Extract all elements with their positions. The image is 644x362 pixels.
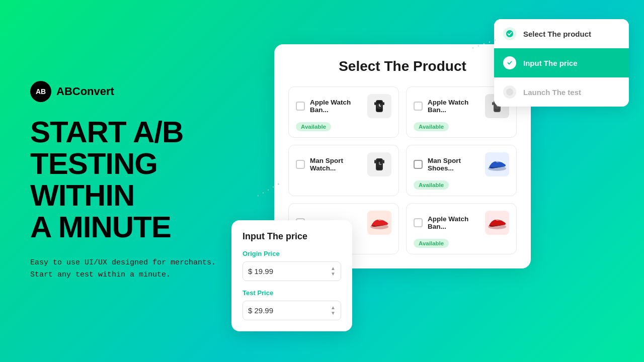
product-name: Apple Watch Ban... xyxy=(428,215,480,230)
step-item-input-price[interactable]: Input The price xyxy=(494,48,629,77)
logo: AB ABConvert xyxy=(30,81,242,102)
product-name: Apple Watch Ban... xyxy=(428,99,480,114)
test-price-input-row[interactable]: ▲ ▼ xyxy=(243,301,341,320)
product-name: Man Sport Shoes... xyxy=(428,157,480,172)
product-checkbox[interactable] xyxy=(296,102,305,111)
product-image xyxy=(367,94,391,118)
test-price-label: Test Price xyxy=(243,289,341,297)
panel-title: Select The Product xyxy=(288,58,517,74)
svg-rect-6 xyxy=(383,102,384,105)
logo-icon: AB xyxy=(30,81,51,102)
test-price-stepper[interactable]: ▲ ▼ xyxy=(331,305,336,316)
step-label: Input The price xyxy=(523,59,578,67)
test-price-input[interactable] xyxy=(248,306,331,315)
available-badge: Available xyxy=(414,122,449,131)
step-label: Launch The test xyxy=(523,88,581,97)
product-image xyxy=(485,152,509,176)
origin-price-stepper[interactable]: ▲ ▼ xyxy=(331,266,336,277)
product-card[interactable]: Man Sport Shoes... Available xyxy=(406,145,517,196)
product-checkbox[interactable] xyxy=(296,160,305,169)
product-card[interactable]: Apple Watch Ban... Available xyxy=(288,86,399,138)
svg-point-24 xyxy=(506,30,513,37)
product-card[interactable]: Man Sport Watch... xyxy=(288,145,399,196)
left-section: AB ABConvert START A/BTESTINGWITHINA MIN… xyxy=(30,81,242,281)
product-card[interactable]: Apple Watch Ban... Available xyxy=(406,203,517,254)
svg-rect-20 xyxy=(383,160,384,163)
price-card: Input The price Origin Price ▲ ▼ Test Pr… xyxy=(231,220,352,331)
headline: START A/BTESTINGWITHINA MINUTE xyxy=(30,116,242,243)
step-item-select-product[interactable]: Select The product xyxy=(494,19,629,48)
available-badge: Available xyxy=(414,180,449,190)
product-image xyxy=(367,152,391,176)
steps-panel: Select The product Input The price Launc… xyxy=(494,19,629,107)
origin-price-input-row[interactable]: ▲ ▼ xyxy=(243,261,341,281)
svg-rect-19 xyxy=(374,160,376,163)
step-active-icon xyxy=(503,56,516,69)
available-badge: Available xyxy=(296,122,331,131)
step-check-icon xyxy=(503,27,516,40)
svg-rect-12 xyxy=(492,102,494,105)
product-name: Apple Watch Ban... xyxy=(310,99,362,114)
product-checkbox[interactable] xyxy=(414,102,423,111)
step-pending-icon xyxy=(503,85,516,99)
product-checkbox[interactable] xyxy=(414,160,423,169)
product-name: Man Sport Watch... xyxy=(310,157,362,172)
available-badge: Available xyxy=(414,239,449,248)
origin-price-label: Origin Price xyxy=(243,250,341,257)
svg-point-25 xyxy=(506,59,513,66)
origin-price-input[interactable] xyxy=(248,267,331,276)
svg-rect-5 xyxy=(374,102,376,105)
step-label: Select The product xyxy=(523,30,591,38)
svg-point-26 xyxy=(506,88,513,96)
product-checkbox[interactable] xyxy=(414,218,423,227)
product-image xyxy=(485,211,509,235)
product-image xyxy=(367,211,391,235)
logo-text: ABConvert xyxy=(56,85,114,98)
step-item-launch-test[interactable]: Launch The test xyxy=(494,77,629,107)
subtext: Easy to use UI/UX designed for merchants… xyxy=(30,257,242,281)
price-card-title: Input The price xyxy=(243,231,341,242)
